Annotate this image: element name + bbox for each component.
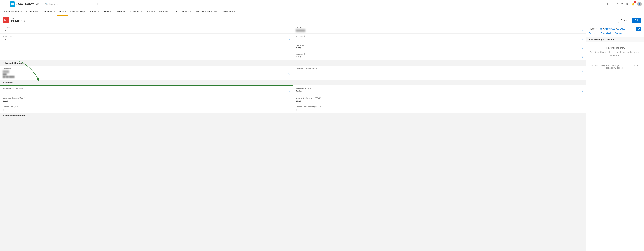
chevron-icon: ▾ — [3, 114, 4, 117]
info-icon: ℹ — [304, 53, 305, 55]
nav-containers[interactable]: Containers ▾ — [40, 8, 56, 16]
edit-button[interactable]: Edit — [632, 18, 641, 23]
chevron-down-icon: ▾ — [21, 11, 22, 13]
refresh-link[interactable]: Refresh — [589, 32, 596, 34]
delivered-label: Delivered ℹ — [296, 44, 583, 46]
info-icon: ℹ — [24, 97, 24, 99]
chevron-down-icon: ▾ — [65, 11, 66, 13]
form-row-rejected-onorder: Rejected ℹ 0.000 On Order ℹ ██████ ✎ — [0, 25, 586, 34]
edit-override-customs-icon[interactable]: ✎ — [581, 70, 583, 73]
activity-panel: Filters: All time • All activities • All… — [586, 25, 644, 251]
nav-deliveries[interactable]: Deliveries ▾ — [129, 8, 144, 16]
form-row-delivered-returned: Delivered ℹ 0.000 ✎ — [0, 42, 586, 51]
record-type-label: Stock — [11, 17, 24, 19]
svg-rect-0 — [11, 3, 12, 4]
search-icon: 🔍 — [45, 3, 48, 5]
info-icon: ℹ — [12, 68, 12, 70]
container-label: Container ℹ — [3, 68, 290, 70]
nav-stock-holdings[interactable]: Stock Holdings ▾ — [68, 8, 88, 16]
view-all-link[interactable]: View All — [616, 32, 623, 34]
rejected-label: Rejected ℹ — [3, 26, 290, 29]
finance-section-header[interactable]: ▾ Finance — [0, 80, 586, 86]
settings-btn[interactable]: ⚙ — [625, 2, 629, 6]
chevron-down-icon: ▾ — [216, 11, 217, 13]
nav-reports[interactable]: Reports ▾ — [144, 8, 157, 16]
nav-stock-locations[interactable]: Stock Locations ▾ — [172, 8, 192, 16]
chevron-down-icon: ▾ — [190, 11, 191, 13]
nav-products[interactable]: Products ▾ — [157, 8, 171, 16]
upcoming-overdue-header: ▾ Upcoming & Overdue — [586, 37, 644, 42]
form-row-container-customs: Container ℹ ████ ███ ██/██/████ ✎ — [0, 66, 586, 80]
override-customs-value: ✎ — [296, 70, 583, 73]
activity-settings-btn[interactable]: ⚙ — [636, 27, 641, 31]
landed-cost-per-unit-label: Landed Cost Per Unit (AUD) ℹ — [296, 106, 583, 108]
bookmark-btn[interactable]: ★ — [606, 2, 610, 6]
field-material-cost-aud: Material Cost (AUD) ℹ $0.00 ✎ — [294, 86, 586, 95]
nav-stock[interactable]: Stock ▾ — [57, 8, 68, 16]
system-info-section-header[interactable]: ▾ System Information — [0, 113, 586, 118]
field-rejected: Rejected ℹ 0.000 — [0, 25, 293, 34]
search-input[interactable] — [49, 3, 96, 5]
nav-bar: Inventory Control ▾ Shipments ▾ Containe… — [0, 8, 644, 16]
edit-adjustment-icon[interactable]: ✎ — [288, 38, 290, 40]
landed-cost-value: $0.00 — [3, 108, 290, 111]
page-type-icon — [3, 17, 9, 23]
nav-deliverator[interactable]: Deliverator — [114, 8, 128, 16]
field-returned-empty — [0, 51, 293, 60]
info-icon: ℹ — [316, 68, 317, 70]
svg-rect-3 — [12, 4, 14, 6]
filter-time: All time — [596, 28, 602, 30]
container-value: ████ ███ ██/██/████ ✎ — [3, 70, 290, 78]
activity-header: Filters: All time • All activities • All… — [586, 25, 644, 37]
add-btn[interactable]: + — [611, 2, 614, 6]
material-cost-per-unit-value: ✎ — [3, 90, 290, 93]
edit-on-order-icon[interactable]: ✎ — [581, 29, 583, 32]
edit-material-cost-aud-icon[interactable]: ✎ — [581, 90, 583, 92]
nav-orders[interactable]: Orders ▾ — [89, 8, 100, 16]
info-icon: ℹ — [22, 88, 23, 90]
top-bar: ⋮⋮ Stock Controller 🔍 ★ + ⌂ ? ⚙ 🔔 1 👤 — [0, 0, 644, 8]
nav-dashboards[interactable]: Dashboards ▾ — [220, 8, 236, 16]
container-blurred-line2: ███ — [3, 73, 7, 75]
info-icon: ℹ — [13, 35, 14, 38]
edit-allocated-icon[interactable]: ✎ — [581, 38, 583, 40]
delivered-value: 0.000 ✎ — [296, 47, 583, 50]
fields-grid-top: Rejected ℹ 0.000 On Order ℹ ██████ ✎ — [0, 25, 586, 60]
dates-shipping-section-header[interactable]: ▾ Dates & Shipping — [0, 60, 586, 66]
nav-fabrication-requests[interactable]: Fabrication Requests ▾ — [193, 8, 219, 16]
notification-count: 1 — [634, 1, 636, 4]
chevron-down-icon: ▾ — [234, 11, 235, 13]
expand-all-link[interactable]: Expand All — [601, 32, 611, 34]
info-icon: ℹ — [11, 26, 12, 29]
field-delivered-empty — [0, 42, 293, 51]
nav-inventory-control[interactable]: Inventory Control ▾ — [2, 8, 24, 16]
nav-allocator[interactable]: Allocator — [101, 8, 113, 16]
edit-returned-icon[interactable]: ✎ — [581, 56, 583, 58]
form-row-shipping-material-per-unit: Estimated Shipping Cost ℹ $0.00 Material… — [0, 95, 586, 104]
info-icon: ℹ — [304, 35, 305, 38]
edit-container-icon[interactable]: ✎ — [288, 73, 290, 76]
field-estimated-shipping: Estimated Shipping Cost ℹ $0.00 — [0, 95, 293, 104]
estimated-shipping-label: Estimated Shipping Cost ℹ — [3, 97, 290, 99]
grid-icon[interactable]: ⋮⋮ — [2, 2, 8, 6]
chevron-down-icon: ▾ — [141, 11, 142, 13]
returned-label: Returned ℹ — [296, 53, 583, 55]
main-content: Rejected ℹ 0.000 On Order ℹ ██████ ✎ — [0, 25, 644, 251]
search-bar[interactable]: 🔍 — [43, 2, 98, 6]
field-landed-cost: Landed Cost (AUD) ℹ $0.00 — [0, 104, 293, 112]
home-btn[interactable]: ⌂ — [616, 2, 619, 6]
field-landed-cost-per-unit: Landed Cost Per Unit (AUD) ℹ $0.00 — [293, 104, 586, 112]
nav-shipments[interactable]: Shipments ▾ — [24, 8, 40, 16]
user-avatar[interactable]: 👤 — [637, 2, 642, 6]
on-order-blurred: ██████ — [296, 29, 305, 32]
chevron-down-icon: ▾ — [86, 11, 86, 13]
edit-material-cost-icon[interactable]: ✎ — [288, 90, 290, 93]
notifications-btn[interactable]: 🔔 1 — [631, 2, 636, 6]
on-order-value: ██████ ✎ — [296, 29, 583, 32]
help-btn[interactable]: ? — [620, 2, 624, 6]
app-title: Stock Controller — [16, 2, 39, 6]
landed-cost-per-unit-value: $0.00 — [296, 108, 583, 111]
delete-button[interactable]: Delete — [618, 18, 630, 23]
info-icon: ℹ — [304, 44, 305, 46]
edit-delivered-icon[interactable]: ✎ — [581, 47, 583, 50]
